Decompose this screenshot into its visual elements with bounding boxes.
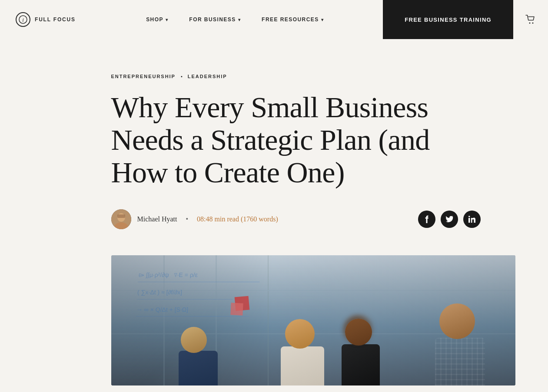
logo-text: FULL FOCUS: [35, 16, 76, 23]
for-business-chevron-icon: ▾: [238, 17, 241, 22]
author-dot: •: [186, 215, 188, 223]
nav-for-business[interactable]: FOR BUSINESS ▾: [189, 16, 241, 23]
svg-point-2: [529, 23, 531, 24]
main-nav: SHOP ▾ FOR BUSINESS ▾ FREE RESOURCES ▾: [87, 0, 383, 39]
shop-chevron-icon: ▾: [166, 17, 168, 22]
svg-point-3: [532, 23, 534, 24]
article-categories: ENTREPRENEURSHIP • LEADERSHIP: [111, 74, 481, 79]
free-resources-chevron-icon: ▾: [321, 17, 324, 22]
read-time: 08:48 min read (1760 words): [197, 215, 278, 223]
twitter-share-button[interactable]: [441, 211, 458, 228]
cart-button[interactable]: [513, 0, 548, 39]
svg-rect-8: [468, 218, 470, 223]
category-leadership[interactable]: LEADERSHIP: [188, 74, 227, 79]
site-header: i FULL FOCUS SHOP ▾ FOR BUSINESS ▾ FREE …: [0, 0, 548, 39]
svg-rect-7: [117, 214, 125, 218]
linkedin-share-button[interactable]: [463, 211, 481, 228]
category-separator: •: [181, 74, 183, 79]
social-share: [418, 211, 481, 228]
free-business-training-button[interactable]: FREE BUSINESS TRAINING: [383, 0, 513, 39]
avatar: [111, 209, 131, 229]
article-meta: Michael Hyatt • 08:48 min read (1760 wor…: [111, 209, 481, 229]
svg-point-9: [468, 216, 470, 217]
cart-icon: [525, 15, 536, 24]
nav-free-resources[interactable]: FREE RESOURCES ▾: [262, 16, 324, 23]
svg-text:i: i: [22, 16, 24, 23]
article-hero-image: ⌲ ∫∫μ·ρ²/∂ψ ∇·E = ρ/ε ( ∑x·Δt ) ≈ [∂f/∂x…: [111, 255, 515, 385]
facebook-share-button[interactable]: [418, 211, 435, 228]
article-title: Why Every Small Business Needs a Strateg…: [111, 91, 481, 188]
author-name: Michael Hyatt: [137, 215, 177, 223]
site-logo[interactable]: i FULL FOCUS: [0, 0, 87, 39]
author-info: Michael Hyatt • 08:48 min read (1760 wor…: [111, 209, 278, 229]
logo-icon: i: [16, 12, 30, 27]
nav-shop[interactable]: SHOP ▾: [146, 16, 168, 23]
article-main: ENTREPRENEURSHIP • LEADERSHIP Why Every …: [68, 39, 481, 385]
header-cta-area: FREE BUSINESS TRAINING: [383, 0, 513, 39]
category-entrepreneurship[interactable]: ENTREPRENEURSHIP: [111, 74, 176, 79]
